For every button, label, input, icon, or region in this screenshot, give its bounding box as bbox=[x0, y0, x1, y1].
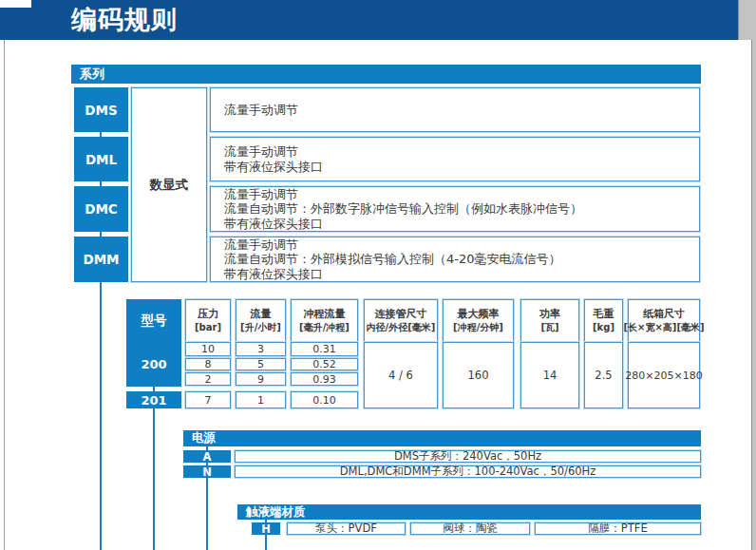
spec-col-power: 功率 [瓦] bbox=[520, 299, 579, 342]
spec-model-200: 200 bbox=[126, 342, 181, 387]
spec-cell: 0.31 bbox=[291, 342, 358, 356]
desc-line: 流量手动调节 bbox=[224, 103, 298, 118]
spec-model-201: 201 bbox=[126, 391, 181, 408]
spec-col-flow: 流量 [升/小时] bbox=[236, 299, 286, 342]
material-part-pump-head: 泵头：PVDF bbox=[287, 522, 406, 535]
spec-cell: 0.52 bbox=[291, 358, 358, 370]
col-unit: [长×宽×高][毫米] bbox=[623, 321, 704, 333]
spec-merged-pipe-size: 4 / 6 bbox=[364, 342, 438, 408]
desc-line: 带有液位探头接口 bbox=[224, 160, 323, 175]
col-title: 功率 bbox=[539, 308, 560, 321]
spec-col-gross-weight: 毛重 [kg] bbox=[584, 299, 623, 342]
connector-line bbox=[265, 535, 267, 550]
desc-line: 流量手动调节 bbox=[224, 187, 298, 202]
spec-col-stroke-flow: 冲程流量 [毫升/冲程] bbox=[291, 299, 358, 342]
power-desc-n: DML,DMC和DMM子系列：100-240Vac，50/60Hz bbox=[235, 465, 701, 478]
material-part-valve-ball: 阀球：陶瓷 bbox=[410, 522, 530, 535]
desc-line: 流量自动调节：外部数字脉冲信号输入控制（例如水表脉冲信号） bbox=[224, 201, 582, 217]
page-header: 编码规则 bbox=[0, 0, 738, 40]
page-gutter-top bbox=[738, 0, 756, 40]
desc-line: 流量手动调节 bbox=[224, 144, 298, 160]
spec-cell: 0.10 bbox=[291, 391, 358, 408]
connector-line bbox=[100, 181, 102, 186]
spec-merged-power: 14 bbox=[520, 342, 579, 408]
connector-line bbox=[206, 446, 208, 450]
series-section-bar: 系列 bbox=[71, 65, 701, 84]
spec-merged-gross-weight: 2.5 bbox=[584, 342, 623, 408]
page-edge-left bbox=[4, 40, 5, 550]
spec-cell: 2 bbox=[185, 372, 231, 386]
power-section-bar: 电源 bbox=[183, 430, 701, 446]
series-desc-dmc: 流量手动调节 流量自动调节：外部数字脉冲信号输入控制（例如水表脉冲信号） 带有液… bbox=[210, 186, 700, 232]
connector-line bbox=[100, 282, 102, 550]
series-section-label: 系列 bbox=[80, 66, 104, 83]
power-section-label: 电源 bbox=[192, 430, 216, 446]
spec-merged-max-frequency: 160 bbox=[443, 342, 514, 408]
col-unit: [升/小时] bbox=[240, 321, 281, 333]
spec-col-carton-size: 纸箱尺寸 [长×宽×高][毫米] bbox=[628, 299, 700, 342]
spec-cell: 10 bbox=[185, 342, 231, 356]
col-title: 流量 bbox=[251, 308, 272, 321]
series-code-dmc: DMC bbox=[74, 186, 128, 232]
series-desc-dms: 流量手动调节 bbox=[210, 87, 700, 132]
spec-cell: 5 bbox=[236, 358, 286, 370]
material-code-h: H bbox=[252, 522, 280, 535]
col-unit: [毫升/冲程] bbox=[299, 321, 350, 333]
spec-merged-carton-size: 280×205×180 bbox=[628, 342, 700, 408]
col-title: 连接管尺寸 bbox=[375, 308, 427, 321]
series-code-dml: DML bbox=[74, 137, 128, 181]
power-code-n: N bbox=[183, 465, 231, 478]
connector-line bbox=[206, 463, 208, 465]
material-section-label: 触液端材质 bbox=[246, 504, 306, 521]
spec-cell: 1 bbox=[236, 391, 286, 408]
document-page: 编码规则 系列 DMS DML DMC DMM 数显式 流量手动调节 流量手动调… bbox=[0, 0, 756, 550]
power-desc-a: DMS子系列：240Vac，50Hz bbox=[235, 450, 701, 463]
series-desc-dmm: 流量手动调节 流量自动调节：外部模拟信号输入控制（4-20毫安电流信号） 带有液… bbox=[210, 237, 700, 282]
col-unit: [冲程/分钟] bbox=[453, 321, 503, 333]
col-unit: 内径/外径[毫米] bbox=[367, 321, 436, 333]
col-title: 纸箱尺寸 bbox=[643, 308, 685, 321]
spec-model-header: 型号 bbox=[126, 299, 181, 342]
col-title: 最大频率 bbox=[458, 308, 500, 321]
material-part-diaphragm: 隔膜：PTFE bbox=[535, 522, 701, 535]
spec-cell: 7 bbox=[185, 391, 231, 408]
connector-line bbox=[153, 387, 155, 391]
col-title: 压力 bbox=[198, 308, 218, 321]
desc-line: 带有液位探头接口 bbox=[224, 267, 323, 282]
desc-line: 流量手动调节 bbox=[224, 237, 298, 253]
connector-line bbox=[100, 132, 102, 137]
col-unit: [瓦] bbox=[540, 321, 558, 333]
col-unit: [kg] bbox=[593, 321, 614, 333]
spec-col-pipe-size: 连接管尺寸 内径/外径[毫米] bbox=[364, 299, 438, 342]
desc-line: 流量自动调节：外部模拟信号输入控制（4-20毫安电流信号） bbox=[224, 252, 561, 267]
page-title: 编码规则 bbox=[0, 3, 178, 37]
col-unit: [bar] bbox=[195, 321, 221, 333]
connector-line bbox=[206, 478, 208, 550]
page-corner bbox=[0, 0, 31, 8]
connector-line bbox=[153, 408, 155, 550]
connector-line bbox=[100, 232, 102, 237]
series-desc-dml: 流量手动调节 带有液位探头接口 bbox=[210, 137, 700, 181]
spec-col-pressure: 压力 [bar] bbox=[185, 299, 231, 342]
spec-cell: 3 bbox=[236, 342, 286, 356]
page-gutter-right bbox=[751, 40, 756, 550]
series-group-box: 数显式 bbox=[131, 87, 207, 282]
spec-cell: 0.93 bbox=[291, 372, 358, 386]
series-code-dmm: DMM bbox=[74, 237, 128, 282]
spec-cell: 8 bbox=[185, 358, 231, 370]
spec-col-max-frequency: 最大频率 [冲程/分钟] bbox=[443, 299, 514, 342]
desc-line: 带有液位探头接口 bbox=[224, 217, 323, 232]
col-title: 冲程流量 bbox=[304, 308, 346, 321]
spec-cell: 9 bbox=[236, 372, 286, 386]
col-title: 毛重 bbox=[594, 308, 614, 321]
connector-line bbox=[265, 520, 267, 522]
series-code-dms: DMS bbox=[74, 87, 128, 132]
power-code-a: A bbox=[183, 450, 231, 463]
material-section-bar: 触液端材质 bbox=[237, 504, 701, 520]
